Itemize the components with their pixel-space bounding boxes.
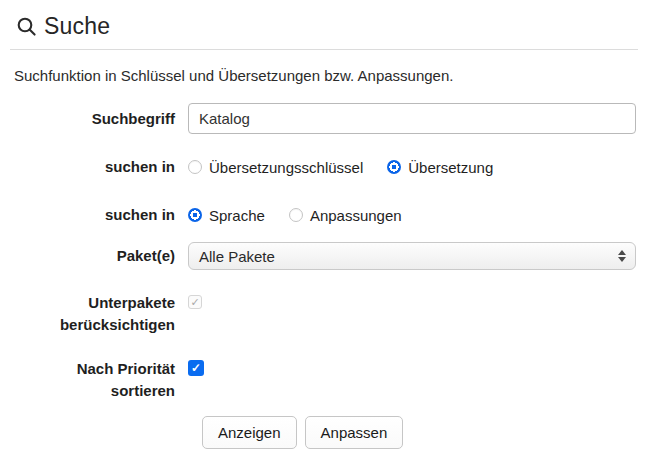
- pakete-select[interactable]: Alle Pakete: [188, 242, 636, 270]
- radio-off-icon[interactable]: [188, 160, 202, 174]
- row-unterpakete: Unterpakete berücksichtigen ✓: [14, 292, 636, 336]
- radio-on-icon[interactable]: [188, 208, 202, 222]
- radio-label[interactable]: Sprache: [209, 207, 265, 224]
- row-suchen-in-1: suchen in Übersetzungsschlüssel Übersetz…: [14, 156, 636, 178]
- select-spinner-icon: [618, 250, 626, 262]
- radio-uebersetzungsschluessel[interactable]: Übersetzungsschlüssel: [188, 159, 363, 176]
- radio-anpassungen[interactable]: Anpassungen: [289, 207, 402, 224]
- radio-label[interactable]: Anpassungen: [310, 207, 402, 224]
- button-row: Anzeigen Anpassen: [14, 416, 636, 449]
- row-suchen-in-2: suchen in Sprache Anpassungen: [14, 204, 636, 226]
- radio-on-icon[interactable]: [387, 160, 401, 174]
- header-divider: [10, 49, 638, 50]
- row-prioritaet: Nach Priorität sortieren ✓: [14, 358, 636, 402]
- search-icon: [16, 16, 37, 37]
- radio-label[interactable]: Übersetzung: [408, 159, 493, 176]
- pakete-label: Paket(e): [14, 245, 175, 267]
- pakete-select-value: Alle Pakete: [199, 248, 618, 265]
- radio-sprache[interactable]: Sprache: [188, 207, 265, 224]
- anpassen-button[interactable]: Anpassen: [305, 416, 404, 449]
- radio-off-icon[interactable]: [289, 208, 303, 222]
- anzeigen-button[interactable]: Anzeigen: [202, 416, 297, 449]
- suchen-in-2-label: suchen in: [14, 204, 175, 226]
- unterpakete-label: Unterpakete berücksichtigen: [14, 292, 175, 336]
- page-header: Suche: [0, 0, 648, 40]
- page-description: Suchfunktion in Schlüssel und Übersetzun…: [14, 67, 634, 84]
- search-form: Suchbegriff suchen in Übersetzungsschlüs…: [0, 103, 648, 449]
- unterpakete-checkbox: ✓: [188, 295, 202, 309]
- page-title: Suche: [44, 13, 110, 40]
- suchbegriff-label: Suchbegriff: [14, 108, 175, 130]
- row-suchbegriff: Suchbegriff: [14, 103, 636, 134]
- row-pakete: Paket(e) Alle Pakete: [14, 242, 636, 270]
- radio-uebersetzung[interactable]: Übersetzung: [387, 159, 493, 176]
- arrow-up-icon: [618, 250, 626, 255]
- suchbegriff-input[interactable]: [188, 103, 636, 134]
- prioritaet-checkbox[interactable]: ✓: [188, 360, 204, 376]
- prioritaet-label-line1: Nach Priorität: [14, 358, 175, 380]
- prioritaet-label-line2: sortieren: [14, 380, 175, 402]
- unterpakete-label-line1: Unterpakete: [14, 292, 175, 314]
- arrow-down-icon: [618, 257, 626, 262]
- unterpakete-label-line2: berücksichtigen: [14, 314, 175, 336]
- prioritaet-label: Nach Priorität sortieren: [14, 358, 175, 402]
- suchen-in-1-label: suchen in: [14, 156, 175, 178]
- radio-label[interactable]: Übersetzungsschlüssel: [209, 159, 363, 176]
